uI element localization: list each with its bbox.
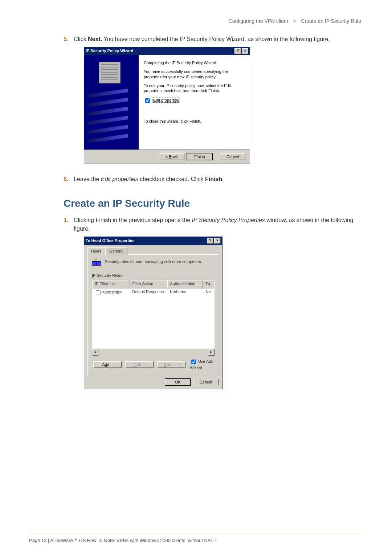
col-ip-filter-list[interactable]: IP Filter List — [92, 280, 130, 288]
step-5: 5. Click Next. You have now completed th… — [64, 35, 363, 164]
wizard-p1: You have successfully completed specifyi… — [144, 69, 244, 79]
help-button[interactable]: ? — [207, 238, 213, 244]
section-heading: Create an IP Security Rule — [64, 198, 363, 209]
finish-button[interactable]: Finish — [187, 153, 212, 160]
ok-button[interactable]: OK — [165, 379, 191, 385]
edit-properties-label[interactable]: Edit properties — [152, 98, 180, 103]
scroll-left-icon[interactable]: ◄ — [92, 349, 98, 356]
col-authentication[interactable]: Authentication... — [167, 280, 203, 288]
rules-grid[interactable]: IP Filter List Filter Action Authenticat… — [92, 280, 215, 349]
breadcrumb-sep: > — [292, 18, 298, 24]
breadcrumb: Configuring the VPN client > Create an I… — [64, 18, 363, 24]
properties-title: To Head Office Properties — [86, 238, 134, 244]
help-button[interactable]: ? — [234, 48, 241, 54]
edit-properties-checkbox[interactable] — [145, 98, 150, 103]
tab-rules[interactable]: Rules — [87, 247, 105, 255]
close-button[interactable]: × — [242, 48, 248, 54]
cancel-button[interactable]: Cancel — [220, 153, 245, 160]
col-tunnel[interactable]: Tu — [203, 280, 214, 288]
step-6-num: 6. — [64, 175, 68, 183]
breadcrumb-section: Configuring the VPN client — [229, 18, 288, 24]
row-checkbox[interactable] — [96, 290, 101, 295]
footer-divider — [29, 534, 363, 534]
step-5-num: 5. — [64, 35, 68, 43]
add-button[interactable]: Add... — [93, 361, 122, 368]
properties-window: To Head Office Properties ? × Rules Gene… — [84, 237, 222, 389]
page-footer: Page 13 | AlliedWare™ OS How To Note: VP… — [29, 538, 217, 543]
rules-desc: Security rules for communicating with ot… — [105, 259, 201, 265]
wizard-title: IP Security Policy Wizard — [86, 48, 133, 54]
wizard-p2: To edit your IP security policy now, sel… — [144, 83, 244, 94]
edit-button: Edit... — [125, 361, 154, 368]
rules-icon — [92, 259, 101, 267]
wizard-p3: To close this wizard, click Finish. — [144, 119, 244, 124]
back-button[interactable]: < Back — [159, 153, 184, 160]
cancel-button[interactable]: Cancel — [193, 379, 219, 385]
scroll-right-icon[interactable]: ► — [208, 349, 215, 356]
col-filter-action[interactable]: Filter Action — [130, 280, 168, 288]
wizard-window: IP Security Policy Wizard ? × — [84, 47, 250, 164]
rules-list-label: IP Security Rules: — [92, 273, 215, 279]
wizard-sidebar-image — [84, 55, 139, 149]
use-add-wizard-checkbox[interactable] — [191, 360, 196, 364]
tab-general[interactable]: General — [105, 247, 127, 255]
step-6: 6. Leave the Edit properties checkbox ch… — [64, 175, 363, 183]
h-scrollbar[interactable]: ◄ ► — [92, 349, 215, 355]
table-row[interactable]: <Dynamic> Default Response Kerberos Nc — [92, 288, 214, 297]
remove-button: Remove — [157, 361, 185, 368]
step-1: 1. Clicking Finish in the previous step … — [64, 216, 363, 389]
properties-titlebar[interactable]: To Head Office Properties ? × — [84, 237, 222, 245]
wizard-heading: Completing the IP Security Policy Wizard — [144, 60, 244, 65]
breadcrumb-page: Create an IP Security Rule — [301, 18, 362, 24]
close-button[interactable]: × — [214, 238, 221, 244]
step-1-num: 1. — [64, 216, 68, 224]
wizard-titlebar[interactable]: IP Security Policy Wizard ? × — [84, 47, 250, 55]
